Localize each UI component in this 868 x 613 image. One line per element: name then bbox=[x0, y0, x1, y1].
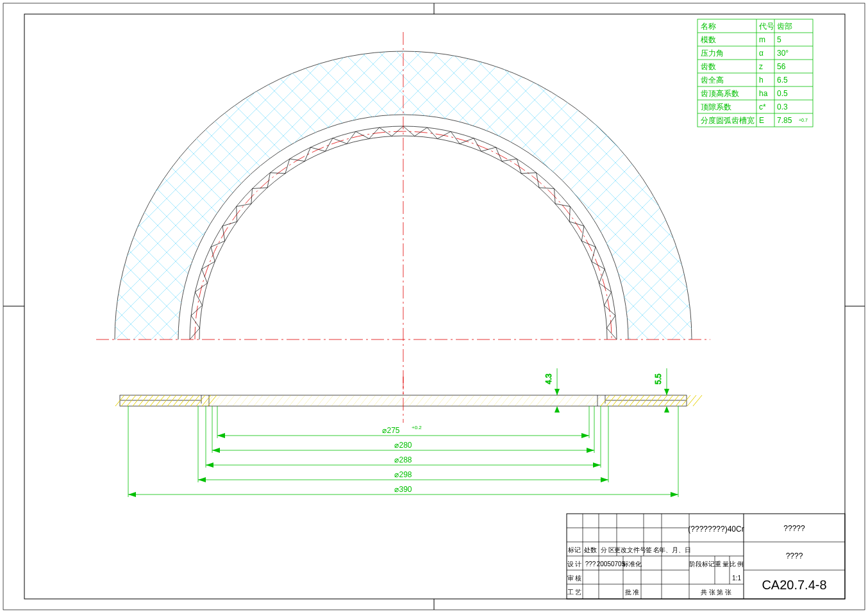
svg-line-146 bbox=[641, 395, 650, 406]
svg-line-165 bbox=[268, 395, 277, 406]
svg-marker-243 bbox=[671, 492, 678, 497]
svg-line-170 bbox=[303, 395, 312, 406]
svg-line-8 bbox=[0, 38, 40, 359]
svg-line-24 bbox=[0, 38, 183, 359]
svg-line-172 bbox=[317, 395, 326, 406]
svg-line-132 bbox=[173, 395, 182, 406]
title-block: (????????)40Cr ????? ???? CA20.7.4-8 标记 … bbox=[567, 514, 845, 599]
svg-line-38 bbox=[0, 38, 309, 359]
svg-text:顶隙系数: 顶隙系数 bbox=[701, 102, 731, 111]
svg-line-125 bbox=[133, 395, 142, 406]
svg-text:阶段标记: 阶段标记 bbox=[689, 560, 715, 568]
svg-line-200 bbox=[515, 395, 524, 406]
svg-line-35 bbox=[0, 38, 273, 359]
svg-text:1:1: 1:1 bbox=[732, 575, 741, 582]
svg-line-36 bbox=[0, 38, 291, 359]
svg-line-29 bbox=[0, 38, 219, 359]
svg-line-131 bbox=[167, 395, 176, 406]
svg-line-204 bbox=[543, 395, 552, 406]
svg-line-188 bbox=[430, 395, 439, 406]
svg-text:α: α bbox=[759, 49, 764, 58]
gear-param-table: 名称代号齿部模数m5压力角α30°齿数z56齿全高h6.5齿顶高系数ha0.5顶… bbox=[697, 19, 813, 127]
svg-line-17 bbox=[0, 38, 112, 359]
dim-d1: ⌀275 bbox=[382, 426, 399, 435]
svg-line-43 bbox=[24, 38, 345, 359]
svg-line-134 bbox=[185, 395, 194, 406]
drawing-title-1: ????? bbox=[783, 524, 805, 533]
svg-line-21 bbox=[0, 38, 147, 359]
svg-line-59 bbox=[168, 38, 488, 359]
svg-line-135 bbox=[190, 395, 199, 406]
svg-line-189 bbox=[437, 395, 446, 406]
svg-line-130 bbox=[162, 395, 171, 406]
engineering-drawing-canvas: 4.3 5.5 ⌀275 +0.2 ⌀280 bbox=[0, 0, 868, 613]
svg-line-10 bbox=[0, 38, 58, 359]
svg-line-163 bbox=[254, 395, 263, 406]
svg-line-136 bbox=[196, 395, 205, 406]
svg-line-18 bbox=[0, 38, 129, 359]
dim-d2: ⌀280 bbox=[394, 441, 412, 450]
svg-line-177 bbox=[353, 395, 362, 406]
svg-line-13 bbox=[0, 38, 76, 359]
svg-line-176 bbox=[346, 395, 355, 406]
svg-marker-228 bbox=[587, 448, 594, 453]
svg-line-32 bbox=[0, 38, 255, 359]
svg-line-210 bbox=[585, 395, 594, 406]
svg-marker-218 bbox=[664, 406, 669, 413]
svg-line-51 bbox=[96, 38, 417, 359]
svg-text:签 名: 签 名 bbox=[646, 546, 660, 553]
svg-line-179 bbox=[367, 395, 376, 406]
svg-line-154 bbox=[687, 395, 696, 406]
svg-text:m: m bbox=[759, 35, 765, 44]
svg-line-183 bbox=[395, 395, 404, 406]
svg-line-137 bbox=[202, 395, 211, 406]
material-spec: (????????)40Cr bbox=[688, 525, 744, 534]
drawing-number: CA20.7.4-8 bbox=[762, 578, 826, 592]
svg-line-140 bbox=[606, 395, 615, 406]
svg-line-193 bbox=[465, 395, 474, 406]
svg-line-123 bbox=[121, 395, 130, 406]
svg-text:批 准: 批 准 bbox=[625, 589, 640, 596]
svg-line-152 bbox=[676, 395, 685, 406]
svg-text:0.5: 0.5 bbox=[777, 89, 788, 98]
svg-line-199 bbox=[508, 395, 517, 406]
svg-text:分度圆弧齿槽宽: 分度圆弧齿槽宽 bbox=[701, 116, 755, 125]
svg-line-208 bbox=[571, 395, 580, 406]
svg-line-14 bbox=[0, 38, 94, 359]
svg-line-15 bbox=[0, 38, 94, 359]
svg-line-186 bbox=[416, 395, 425, 406]
svg-line-192 bbox=[458, 395, 467, 406]
svg-text:+0.7: +0.7 bbox=[799, 118, 808, 122]
svg-line-166 bbox=[275, 395, 284, 406]
svg-marker-227 bbox=[212, 448, 220, 453]
svg-text:代号: 代号 bbox=[758, 22, 774, 31]
svg-line-147 bbox=[647, 395, 656, 406]
svg-line-33 bbox=[0, 38, 255, 359]
svg-text:???: ??? bbox=[585, 560, 596, 568]
svg-line-211 bbox=[592, 395, 601, 406]
svg-line-181 bbox=[381, 395, 390, 406]
svg-line-22 bbox=[0, 38, 165, 359]
svg-line-201 bbox=[522, 395, 531, 406]
svg-line-158 bbox=[219, 395, 228, 406]
dim-text-4_3: 4.3 bbox=[544, 373, 553, 384]
svg-marker-222 bbox=[217, 433, 225, 438]
svg-text:20050705: 20050705 bbox=[597, 560, 626, 568]
svg-line-190 bbox=[444, 395, 453, 406]
svg-text:压力角: 压力角 bbox=[701, 49, 724, 58]
svg-line-161 bbox=[240, 395, 249, 406]
svg-text:齿顶高系数: 齿顶高系数 bbox=[701, 89, 739, 98]
svg-line-162 bbox=[247, 395, 256, 406]
svg-text:标准化: 标准化 bbox=[622, 560, 642, 568]
svg-line-178 bbox=[360, 395, 369, 406]
svg-line-141 bbox=[612, 395, 621, 406]
svg-line-168 bbox=[289, 395, 298, 406]
svg-text:6.5: 6.5 bbox=[777, 76, 788, 85]
svg-line-150 bbox=[664, 395, 673, 406]
dim-d1-tol: +0.2 bbox=[412, 425, 422, 430]
svg-marker-238 bbox=[601, 477, 608, 482]
svg-line-191 bbox=[451, 395, 460, 406]
svg-line-196 bbox=[487, 395, 496, 406]
svg-text:共    张    第    张: 共 张 第 张 bbox=[701, 589, 731, 596]
svg-line-151 bbox=[670, 395, 679, 406]
